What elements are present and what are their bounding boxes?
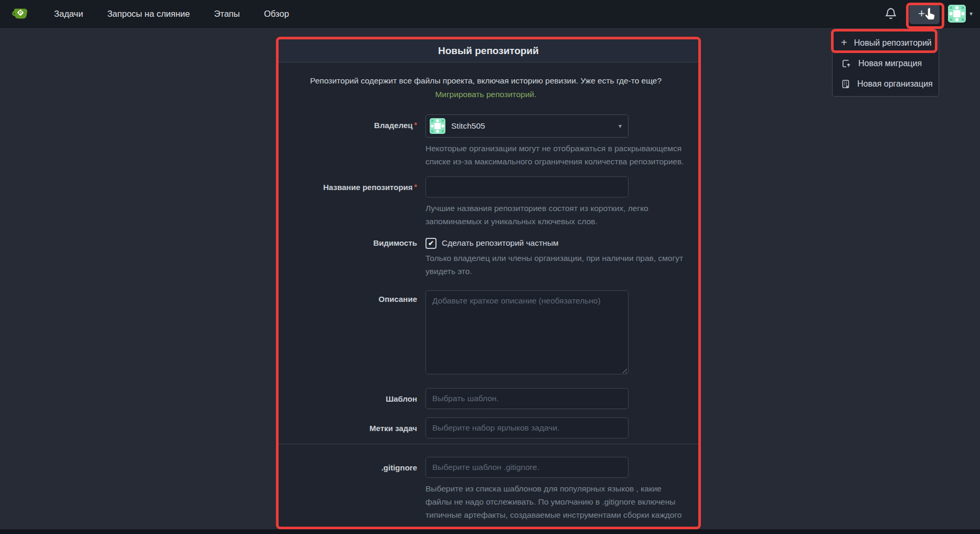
description-row: Описание <box>286 290 686 376</box>
repo-name-label-text: Название репозитория <box>323 183 413 192</box>
organization-icon <box>841 79 850 89</box>
owner-help-text: Некоторые организации могут не отображат… <box>425 142 686 168</box>
repo-name-label: Название репозитория* <box>286 176 417 192</box>
mouse-cursor-icon <box>923 7 937 23</box>
page-title: Новый репозиторий <box>438 45 539 57</box>
migrate-repository-link[interactable]: Мигрировать репозиторий. <box>435 90 536 99</box>
user-menu-button[interactable]: ▾ <box>948 5 973 23</box>
issue-labels-row: Метки задач <box>286 417 686 438</box>
repo-name-help-text: Лучшие названия репозиториев состоят из … <box>425 202 686 228</box>
user-avatar <box>948 5 966 23</box>
form-header: Новый репозиторий <box>279 39 698 62</box>
template-label: Шаблон <box>286 388 417 403</box>
navbar-right: + ▾ ▾ <box>884 3 973 24</box>
notifications-bell-icon[interactable] <box>884 7 898 20</box>
nav-item-explore[interactable]: Обзор <box>264 9 289 19</box>
menu-item-new-organization[interactable]: Новая организация <box>833 74 939 94</box>
menu-item-new-migration[interactable]: Новая миграция <box>833 53 939 74</box>
intro-text-main: Репозиторий содержит все файлы проекта, … <box>310 76 662 85</box>
nav-item-issues[interactable]: Задачи <box>54 9 83 19</box>
nav-links: Задачи Запросы на слияние Этапы Обзор <box>54 9 289 19</box>
visibility-label: Видимость <box>286 237 417 247</box>
intro-text: Репозиторий содержит все файлы проекта, … <box>291 74 680 101</box>
owner-label-text: Владелец <box>374 121 412 130</box>
owner-row: Владелец* Stitc <box>286 114 686 168</box>
plus-icon: + <box>841 38 847 48</box>
chevron-down-icon: ▾ <box>619 122 622 130</box>
top-navbar: Задачи Запросы на слияние Этапы Обзор + … <box>0 0 980 28</box>
menu-item-new-repository[interactable]: + Новый репозиторий <box>833 33 939 53</box>
description-label: Описание <box>286 290 417 303</box>
owner-avatar <box>430 118 445 134</box>
new-repository-form: Новый репозиторий Репозиторий содержит в… <box>276 37 701 529</box>
menu-item-label: Новая миграция <box>858 59 922 68</box>
gitignore-input[interactable] <box>425 457 629 478</box>
gitignore-row: .gitignore Выберите из списка шаблонов д… <box>286 457 686 529</box>
create-new-dropdown-menu: + Новый репозиторий Новая миграция Новая… <box>832 30 939 97</box>
gitignore-label: .gitignore <box>286 457 417 472</box>
migration-icon <box>841 58 851 69</box>
template-row: Шаблон <box>286 388 686 409</box>
private-checkbox-label: Сделать репозиторий частным <box>442 238 559 248</box>
owner-select[interactable]: Stitch505 ▾ <box>425 114 629 138</box>
visibility-row: Видимость ✔ Сделать репозиторий частным … <box>286 237 686 278</box>
visibility-checkbox-line: ✔ Сделать репозиторий частным <box>425 237 686 249</box>
nav-item-milestones[interactable]: Этапы <box>214 9 240 19</box>
nav-item-pull-requests[interactable]: Запросы на слияние <box>107 9 190 19</box>
owner-label: Владелец* <box>286 114 417 130</box>
form-body: Репозиторий содержит все файлы проекта, … <box>279 62 698 529</box>
repo-name-row: Название репозитория* Лучшие названия ре… <box>286 176 686 228</box>
required-marker: * <box>414 121 417 129</box>
issue-labels-input[interactable] <box>425 417 629 438</box>
gitea-logo-icon[interactable] <box>11 5 29 23</box>
menu-item-label: Новая организация <box>857 79 933 89</box>
issue-labels-label: Метки задач <box>286 417 417 433</box>
owner-selected-value: Stitch505 <box>451 121 485 131</box>
gitignore-help-text: Выберите из списка шаблонов для популярн… <box>425 482 686 529</box>
section-divider <box>279 444 698 444</box>
repo-name-input[interactable] <box>425 176 629 197</box>
private-checkbox[interactable]: ✔ <box>425 238 436 249</box>
create-new-button[interactable]: + ▾ <box>909 3 940 24</box>
required-marker: * <box>414 183 417 191</box>
visibility-help-text: Только владелец или члены организации, п… <box>425 252 686 278</box>
bottom-page-strip <box>0 529 980 534</box>
description-textarea[interactable] <box>425 290 629 374</box>
chevron-down-icon: ▾ <box>970 10 973 17</box>
template-input[interactable] <box>425 388 629 409</box>
check-icon: ✔ <box>428 239 434 247</box>
menu-item-label: Новый репозиторий <box>854 38 932 48</box>
